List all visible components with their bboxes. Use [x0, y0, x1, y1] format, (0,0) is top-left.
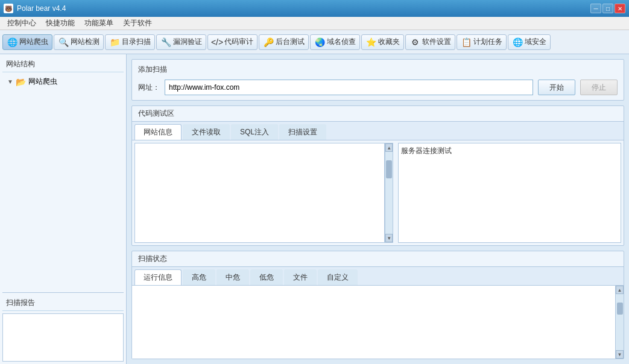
toolbar-btn-backend-label: 后台测试: [276, 37, 305, 47]
toolbar-btn-favorites-label: 收藏夹: [378, 37, 400, 47]
toolbar-btn-vuln-label: 漏洞验证: [173, 37, 202, 47]
stop-button[interactable]: 停止: [580, 80, 618, 95]
scan-report-title: 扫描报告: [2, 295, 124, 311]
start-button[interactable]: 开始: [538, 80, 575, 95]
menubar: 控制中心 快捷功能 功能菜单 关于软件: [0, 17, 629, 30]
scan-status-title: 扫描状态: [132, 251, 624, 267]
tab-mid-risk[interactable]: 中危: [217, 269, 249, 285]
tasks-icon: 📋: [461, 37, 472, 48]
tree-arrow-icon: ▼: [7, 78, 13, 85]
favorites-icon: ⭐: [365, 37, 376, 48]
tab-high-risk[interactable]: 高危: [183, 269, 215, 285]
scan-report-section: 扫描报告: [2, 292, 124, 362]
vuln-icon: 🔧: [160, 37, 171, 48]
status-scroll-up[interactable]: ▲: [616, 286, 624, 294]
content-area: 添加扫描 网址： 开始 停止 代码测试区 网站信息 文件读取 SQL注入 扫描设…: [127, 54, 629, 364]
toolbar-btn-crawler[interactable]: 🌐 网站爬虫: [2, 34, 52, 50]
tab-files[interactable]: 文件: [284, 269, 317, 285]
server-test-title: 服务器连接测试: [401, 146, 618, 156]
scroll-up-arrow[interactable]: ▲: [385, 143, 393, 152]
titlebar: 🐻 Polar bear v4.4 ─ □ ✕: [0, 0, 629, 17]
code-left-pane: ▲ ▼: [134, 143, 393, 243]
menu-control-center[interactable]: 控制中心: [2, 17, 41, 30]
tab-run-info[interactable]: 运行信息: [134, 269, 182, 285]
status-scrollbar[interactable]: ▲ ▼: [615, 286, 624, 359]
folder-icon: 📂: [16, 77, 26, 87]
toolbar-btn-domain-security-label: 域安全: [525, 37, 546, 47]
toolbar-btn-vuln[interactable]: 🔧 漏洞验证: [156, 34, 206, 50]
toolbar-btn-code[interactable]: </> 代码审计: [207, 34, 258, 50]
toolbar-btn-settings[interactable]: ⚙ 软件设置: [405, 34, 455, 50]
site-structure-title: 网站结构: [2, 57, 124, 72]
maximize-button[interactable]: □: [602, 4, 613, 13]
settings-icon: ⚙: [409, 37, 420, 48]
toolbar: 🌐 网站爬虫 🔍 网站检测 📁 目录扫描 🔧 漏洞验证 </> 代码审计 🔑 后…: [0, 30, 629, 54]
domain-security-icon: 🌐: [512, 37, 523, 48]
titlebar-buttons: ─ □ ✕: [590, 4, 625, 13]
toolbar-btn-domain-label: 域名侦查: [327, 37, 356, 47]
menu-about[interactable]: 关于软件: [118, 17, 157, 30]
status-textarea[interactable]: [132, 286, 615, 359]
code-test-section: 代码测试区 网站信息 文件读取 SQL注入 扫描设置 ▲ ▼: [131, 105, 624, 246]
code-icon: </>: [212, 37, 223, 48]
toolbar-btn-domain-security[interactable]: 🌐 域安全: [508, 34, 551, 50]
url-row: 网址： 开始 停止: [138, 80, 618, 95]
dirscan-icon: 📁: [109, 37, 120, 48]
scan-status-section: 扫描状态 运行信息 高危 中危 低危 文件 自定义 ▲ ▼: [131, 251, 624, 359]
sidebar: 网站结构 ▼ 📂 网站爬虫 扫描报告: [0, 54, 127, 364]
scan-report-content: [2, 313, 124, 362]
backend-icon: 🔑: [263, 37, 274, 48]
minimize-button[interactable]: ─: [590, 4, 601, 13]
toolbar-btn-backend[interactable]: 🔑 后台测试: [259, 34, 309, 50]
status-scroll-thumb: [617, 303, 623, 315]
toolbar-btn-dirscan[interactable]: 📁 目录扫描: [105, 34, 155, 50]
url-label: 网址：: [138, 83, 160, 93]
toolbar-btn-tasks[interactable]: 📋 计划任务: [457, 34, 507, 50]
tab-site-info[interactable]: 网站信息: [134, 124, 182, 140]
status-tabs: 运行信息 高危 中危 低危 文件 自定义: [132, 267, 624, 286]
scroll-thumb: [386, 160, 392, 178]
domain-icon: 🌏: [314, 37, 325, 48]
status-content: ▲ ▼: [132, 286, 624, 359]
toolbar-btn-domain[interactable]: 🌏 域名侦查: [310, 34, 360, 50]
code-test-content: ▲ ▼ 服务器连接测试: [132, 140, 624, 245]
toolbar-btn-code-label: 代码审计: [224, 37, 253, 47]
toolbar-btn-detect-label: 网站检测: [71, 37, 100, 47]
tree-item-crawler[interactable]: ▼ 📂 网站爬虫: [2, 75, 124, 89]
main-layout: 网站结构 ▼ 📂 网站爬虫 扫描报告 添加扫描 网址： 开始 停止 代码测试区: [0, 54, 629, 364]
toolbar-btn-tasks-label: 计划任务: [473, 37, 502, 47]
code-right-pane: 服务器连接测试: [398, 143, 621, 243]
add-scan-title: 添加扫描: [138, 64, 618, 75]
crawler-icon: 🌐: [7, 37, 17, 48]
code-scrollbar[interactable]: ▲ ▼: [385, 143, 393, 243]
code-textarea[interactable]: [134, 143, 385, 243]
status-scroll-down[interactable]: ▼: [616, 350, 624, 359]
menu-functions[interactable]: 功能菜单: [80, 17, 118, 30]
scroll-down-arrow[interactable]: ▼: [385, 234, 393, 242]
app-icon: 🐻: [4, 4, 13, 13]
tab-custom[interactable]: 自定义: [318, 269, 358, 285]
url-input[interactable]: [165, 80, 533, 95]
toolbar-btn-dirscan-label: 目录扫描: [122, 37, 151, 47]
close-button[interactable]: ✕: [615, 4, 625, 13]
titlebar-title: Polar bear v4.4: [17, 4, 590, 13]
toolbar-btn-settings-label: 软件设置: [422, 37, 451, 47]
code-test-tabs: 网站信息 文件读取 SQL注入 扫描设置: [132, 122, 624, 140]
tree-item-label: 网站爬虫: [28, 77, 57, 87]
toolbar-btn-crawler-label: 网站爬虫: [19, 37, 48, 47]
toolbar-btn-detect[interactable]: 🔍 网站检测: [54, 34, 104, 50]
add-scan-section: 添加扫描 网址： 开始 停止: [131, 59, 624, 101]
code-test-title: 代码测试区: [132, 106, 624, 122]
tab-file-read[interactable]: 文件读取: [183, 124, 230, 140]
menu-quick-functions[interactable]: 快捷功能: [41, 17, 80, 30]
toolbar-btn-favorites[interactable]: ⭐ 收藏夹: [361, 34, 404, 50]
tab-scan-settings[interactable]: 扫描设置: [279, 124, 326, 140]
tab-low-risk[interactable]: 低危: [250, 269, 283, 285]
detect-icon: 🔍: [58, 37, 69, 48]
tab-sql-inject[interactable]: SQL注入: [231, 124, 278, 140]
